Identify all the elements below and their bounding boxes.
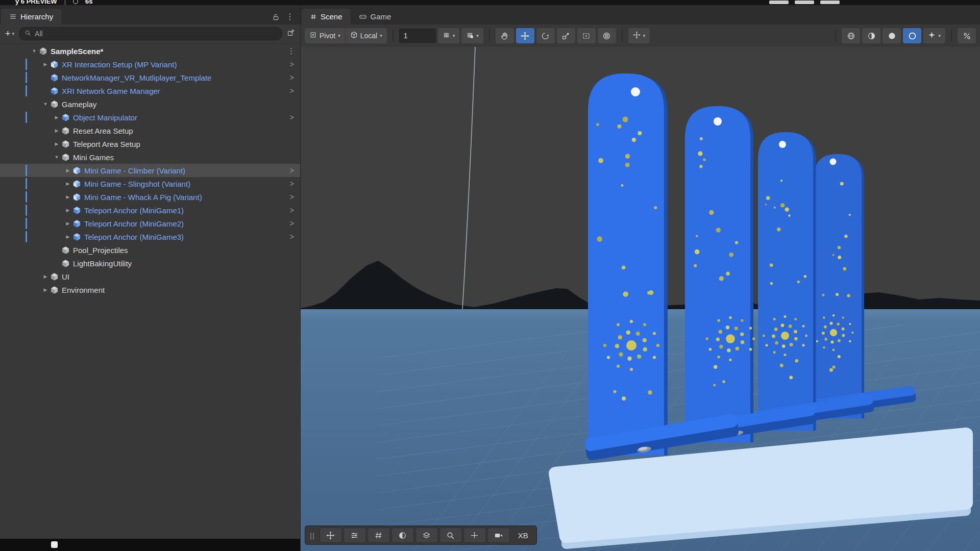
hierarchy-item[interactable]: ▶XR Interaction Setup (MP Variant)> xyxy=(0,58,300,71)
prefab-chevron-icon[interactable]: > xyxy=(290,113,300,121)
move-tool-button[interactable] xyxy=(516,28,534,43)
expand-arrow-icon[interactable]: ▼ xyxy=(52,155,61,160)
lock-icon[interactable] xyxy=(272,13,280,21)
hierarchy-item[interactable]: XRI Network Game Manager> xyxy=(0,84,300,97)
scene-tabbar: Scene Game xyxy=(301,5,980,24)
hierarchy-item[interactable]: ▶Environment xyxy=(0,283,300,296)
hierarchy-item[interactable]: ▼Mini Games xyxy=(0,151,300,164)
prefab-chevron-icon[interactable]: > xyxy=(290,87,300,95)
hierarchy-item[interactable]: ▼Gameplay xyxy=(0,97,300,111)
grid-snap-button[interactable]: ▾ xyxy=(461,28,483,43)
prefab-chevron-icon[interactable]: > xyxy=(290,180,300,188)
expand-arrow-icon[interactable]: ▶ xyxy=(63,208,72,213)
prefab-chevron-icon[interactable]: > xyxy=(290,233,300,241)
grid-overlay-button[interactable] xyxy=(368,528,390,543)
overlay-drag-handle[interactable]: || xyxy=(307,531,318,540)
expand-arrow-icon[interactable]: ▶ xyxy=(41,62,50,67)
search-icon xyxy=(24,30,31,38)
titlebar-button[interactable] xyxy=(795,1,814,4)
move-overlay-button[interactable] xyxy=(320,528,342,543)
hierarchy-item[interactable]: LightBakingUtility xyxy=(0,257,300,270)
tab-hierarchy[interactable]: Hierarchy xyxy=(1,9,61,24)
sliders-button[interactable] xyxy=(344,528,366,543)
scale-tool-button[interactable] xyxy=(557,28,575,43)
globe-grid-button[interactable] xyxy=(842,28,860,43)
search-input[interactable]: All xyxy=(19,27,282,40)
prefab-chevron-icon[interactable]: > xyxy=(290,166,300,174)
tab-scene[interactable]: Scene xyxy=(302,9,351,24)
circle-outline-button[interactable] xyxy=(903,28,921,43)
contrast-button[interactable] xyxy=(391,528,414,543)
hierarchy-item[interactable]: ▶Teleport Anchor (MiniGame1)> xyxy=(0,204,300,217)
effects-dropdown-button[interactable]: ▾ xyxy=(923,28,945,43)
sphere-half-button[interactable] xyxy=(862,28,880,43)
chevron-down-icon: ▾ xyxy=(453,34,455,38)
expand-arrow-icon[interactable]: ▶ xyxy=(63,168,72,173)
hierarchy-item[interactable]: ▼SampleScene*⋮ xyxy=(0,44,300,58)
pivot-toggle-button[interactable]: Pivot ▾ xyxy=(305,28,345,43)
hierarchy-tabbar: Hierarchy ⋮ xyxy=(0,5,300,24)
titlebar-button[interactable] xyxy=(820,1,840,4)
hierarchy-item[interactable]: ▶Object Manipulator> xyxy=(0,111,300,124)
expand-arrow-icon[interactable]: ▶ xyxy=(63,194,72,199)
prefab-chevron-icon[interactable]: > xyxy=(290,206,300,214)
titlebar-button[interactable] xyxy=(769,1,789,4)
rotate-tool-button[interactable] xyxy=(536,28,555,43)
hierarchy-item-label: Mini Game - Whack A Pig (Variant) xyxy=(84,193,202,202)
kebab-menu-icon[interactable]: ⋮ xyxy=(287,46,300,56)
expand-arrow-icon[interactable]: ▶ xyxy=(52,141,61,146)
hierarchy-item[interactable]: ▶Teleport Area Setup xyxy=(0,137,300,151)
prefab-chevron-icon[interactable]: > xyxy=(290,73,300,82)
prefab-indicator-bar xyxy=(26,72,27,83)
prefab-chevron-icon[interactable]: > xyxy=(290,193,300,201)
grid-visibility-button[interactable]: ▾ xyxy=(438,28,460,43)
taskbar-icon[interactable] xyxy=(51,541,58,548)
hierarchy-item[interactable]: ▶Mini Game - Slingshot (Variant)> xyxy=(0,177,300,190)
percent-button[interactable] xyxy=(958,28,976,43)
kebab-menu-icon[interactable]: ⋮ xyxy=(286,13,294,21)
search-window-icon[interactable] xyxy=(287,29,295,39)
hierarchy-item[interactable]: ▶Mini Game - Climber (Variant)> xyxy=(0,164,300,177)
transform-tool-button[interactable] xyxy=(598,28,616,43)
orientation-toggle-button[interactable]: Local ▾ xyxy=(346,28,387,43)
tool-context-dropdown[interactable]: ▾ xyxy=(628,28,650,43)
layers-button[interactable] xyxy=(415,528,438,543)
expand-arrow-icon[interactable]: ▶ xyxy=(63,221,72,226)
search-overlay-button[interactable] xyxy=(439,528,462,543)
hierarchy-item[interactable]: ▶Reset Area Setup xyxy=(0,124,300,137)
expand-arrow-icon[interactable]: ▶ xyxy=(52,115,61,120)
expand-arrow-icon[interactable]: ▼ xyxy=(30,48,39,54)
expand-arrow-icon[interactable]: ▶ xyxy=(41,287,50,292)
prefab-indicator-bar xyxy=(26,178,27,189)
expand-arrow-icon[interactable]: ▶ xyxy=(41,274,50,279)
gameobject-icon xyxy=(61,259,71,268)
hand-tool-button[interactable] xyxy=(496,28,514,43)
gizmo-button[interactable] xyxy=(463,528,486,543)
prefab-icon xyxy=(72,233,83,241)
gameobject-icon xyxy=(61,153,71,162)
prefab-chevron-icon[interactable]: > xyxy=(290,60,300,68)
hierarchy-item[interactable]: ▶Mini Game - Whack A Pig (Variant)> xyxy=(0,190,300,204)
create-menu-button[interactable]: + ▾ xyxy=(5,29,14,38)
sphere-button[interactable] xyxy=(883,28,901,43)
prefab-chevron-icon[interactable]: > xyxy=(290,219,300,228)
expand-arrow-icon[interactable]: ▶ xyxy=(63,234,72,239)
gameobject-icon xyxy=(61,246,71,255)
hierarchy-item[interactable]: NetworkManager_VR_Mutliplayer_Template> xyxy=(0,71,300,84)
xb-label[interactable]: XB xyxy=(511,531,535,540)
hierarchy-item[interactable]: ▶Teleport Anchor (MiniGame2)> xyxy=(0,217,300,230)
scene-viewport[interactable]: || XB xyxy=(301,47,980,551)
rect-tool-button[interactable] xyxy=(577,28,596,43)
window-titlebar: y 6 PREVIEW | 6s xyxy=(0,0,980,5)
hierarchy-item[interactable]: Pool_Projectiles xyxy=(0,243,300,257)
hierarchy-item[interactable]: ▶Teleport Anchor (MiniGame3)> xyxy=(0,230,300,243)
expand-arrow-icon[interactable]: ▼ xyxy=(41,102,50,107)
expand-arrow-icon[interactable]: ▶ xyxy=(63,181,72,186)
hierarchy-item[interactable]: ▶UI xyxy=(0,270,300,283)
snap-increment-field[interactable]: 1 xyxy=(399,29,436,43)
camera-button[interactable] xyxy=(487,528,510,543)
scene-panel: Scene Game Pivot ▾ Local ▾ 1 ▾ xyxy=(300,5,980,551)
expand-arrow-icon[interactable]: ▶ xyxy=(52,128,61,133)
tab-game[interactable]: Game xyxy=(351,9,400,24)
prefab-icon xyxy=(61,113,71,122)
